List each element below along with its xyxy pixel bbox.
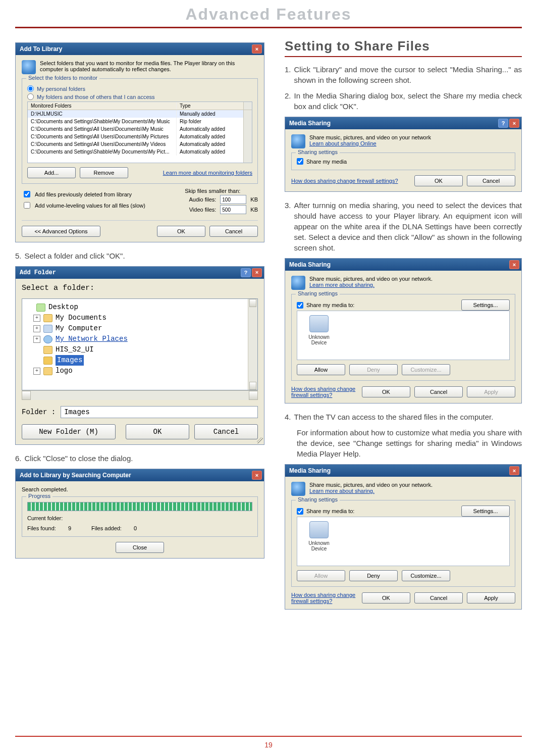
cancel-button[interactable]: Cancel [467,175,515,186]
scrollbar[interactable] [243,110,252,163]
video-size-input[interactable] [220,205,246,214]
audio-size-input[interactable] [220,195,246,204]
device-icon [309,521,329,538]
group-label: Select the folders to monitor [26,75,99,81]
close-icon[interactable]: × [509,466,519,475]
share-media-checkbox[interactable]: Share my media [297,158,510,165]
firewall-link[interactable]: How does sharing change firewall setting… [291,592,358,604]
folder-tree[interactable]: Desktop +My Documents +My Computer +My N… [22,298,258,390]
share-media-to-checkbox[interactable]: Share my media to: [297,508,354,515]
step-number: 6. [15,453,22,464]
expand-icon[interactable]: + [33,336,40,343]
step-text: After turnnig on media sharing, you need… [294,200,522,253]
list-item[interactable]: C:\Documents and Settings\All Users\Docu… [28,133,243,140]
settings-button[interactable]: Settings... [461,299,510,311]
dialog-title: Add To Library [20,45,62,53]
ok-button[interactable]: OK [157,226,205,237]
apply-button[interactable]: Apply [467,592,515,603]
group-label: Sharing settings [296,496,340,502]
files-added-value: 0 [134,525,137,531]
scrollbar[interactable] [243,102,252,110]
list-item[interactable]: C:\Documents and Settings\All Users\Docu… [28,125,243,133]
ok-button[interactable]: OK [362,386,410,397]
column-header[interactable]: Type [176,102,243,110]
files-added-label: Files added: [91,525,122,531]
learn-more-link[interactable]: Learn more about monitoring folders [163,170,252,176]
apply-button[interactable]: Apply [467,386,515,397]
customize-button[interactable]: Customize... [402,570,450,581]
folder-name-input[interactable] [61,406,258,418]
tree-item-desktop[interactable]: Desktop [26,302,244,313]
close-icon[interactable]: × [252,44,262,54]
step-number: 4. [285,412,291,422]
step-number: 3. [285,200,291,253]
settings-button[interactable]: Settings... [461,506,510,517]
firewall-link[interactable]: How does sharing change firewall setting… [291,178,398,184]
library-icon [22,60,36,74]
device-item[interactable]: Unknown Device [301,521,337,551]
checkbox-prev-deleted[interactable]: Add files previously deleted from librar… [22,189,145,199]
radio-all-folders[interactable]: My folders and those of others that I ca… [27,93,252,100]
customize-button[interactable]: Customize... [402,364,450,375]
ok-button[interactable]: OK [414,175,463,186]
close-icon[interactable]: × [252,471,262,480]
close-icon[interactable]: × [509,260,519,269]
column-header[interactable]: Monitored Folders [28,102,176,110]
ok-button[interactable]: OK [126,424,189,439]
scrollbar[interactable] [248,299,257,390]
tree-item-images[interactable]: Images [33,355,244,366]
checkbox-volume-level[interactable]: Add volume-leveling values for all files… [22,200,145,210]
device-list[interactable]: Unknown Device [297,311,510,360]
list-item[interactable]: C:\Documents and Settings\All Users\Docu… [28,140,243,148]
device-label: Unknown Device [301,540,337,551]
monitored-folders-list[interactable]: Monitored Folders Type D:\HJLMUSICManual… [27,102,252,163]
close-icon[interactable]: × [252,268,262,277]
deny-button[interactable]: Deny [349,570,398,581]
share-media-to-checkbox[interactable]: Share my media to: [297,302,354,309]
status-text: Search completed. [22,486,258,492]
expand-icon[interactable]: + [33,325,40,332]
allow-button[interactable]: Allow [297,570,345,581]
new-folder-button[interactable]: New Folder (M) [22,424,116,439]
files-found-value: 9 [68,525,71,531]
tree-item-logo[interactable]: +logo [33,366,244,376]
learn-link[interactable]: Learn more about sharing. [309,282,374,288]
dialog-title: Media Sharing [289,261,331,268]
device-list[interactable]: Unknown Device [297,517,510,566]
radio-personal-folders[interactable]: My personal folders [27,85,252,92]
ok-button[interactable]: OK [362,592,410,603]
learn-link[interactable]: Learn more about sharing. [309,488,374,494]
list-item[interactable]: C:\Documents and Settings\Shabble\My Doc… [28,148,243,156]
resize-grip[interactable] [257,437,263,443]
firewall-link[interactable]: How does sharing change firewall setting… [291,386,358,398]
page-header: Advanced Features [15,0,522,27]
cancel-button[interactable]: Cancel [194,424,258,439]
step-number: 5. [15,250,22,261]
help-icon[interactable]: ? [241,268,251,277]
help-icon[interactable]: ? [498,119,508,128]
add-button[interactable]: Add... [27,167,76,178]
list-item[interactable]: D:\HJLMUSICManually added [28,110,243,118]
step-text: In the Media Sharing dialog box, select … [294,90,522,112]
close-button[interactable]: Close [116,542,164,553]
learn-link[interactable]: Learn about sharing Online [309,140,377,146]
tree-item-network-places[interactable]: +My Network Places [33,334,244,344]
advanced-options-button[interactable]: << Advanced Options [22,226,100,237]
cancel-button[interactable]: Cancel [414,592,463,603]
step-number: 1. [285,64,291,85]
cancel-button[interactable]: Cancel [209,226,258,237]
deny-button[interactable]: Deny [349,364,398,375]
expand-icon[interactable]: + [33,368,40,375]
media-sharing-dialog-1: Media Sharing ? × Share music, pictures,… [285,117,522,192]
scrollbar-horizontal[interactable] [22,390,258,400]
device-item[interactable]: Unknown Device [301,315,337,345]
tree-item-his[interactable]: HIS_S2_UI [33,344,244,355]
allow-button[interactable]: Allow [297,364,345,375]
tree-item-my-documents[interactable]: +My Documents [33,313,244,323]
expand-icon[interactable]: + [33,315,40,322]
remove-button[interactable]: Remove [80,167,128,178]
list-item[interactable]: C:\Documents and Settings\Shabble\My Doc… [28,118,243,125]
tree-item-my-computer[interactable]: +My Computer [33,323,244,334]
cancel-button[interactable]: Cancel [414,386,463,397]
close-icon[interactable]: × [509,119,519,128]
